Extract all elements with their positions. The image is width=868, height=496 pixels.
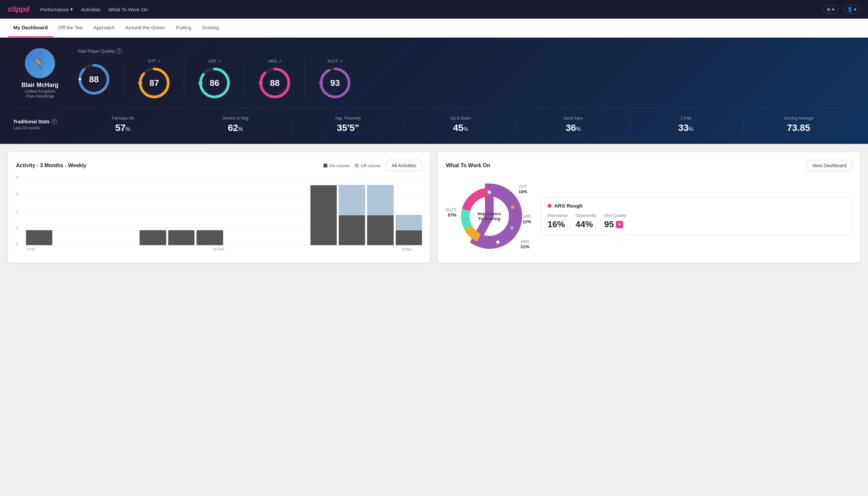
stat-scoring-average: Scoring Average 73.85 xyxy=(742,116,855,133)
donut-section: PUTT 57% OTT 10% APP 12% ARG xyxy=(446,178,852,254)
nav-performance[interactable]: Performance ▾ xyxy=(40,0,73,18)
on-course-bar xyxy=(311,185,337,245)
tab-putting[interactable]: Putting xyxy=(171,19,197,37)
donut-label-putt: PUTT 57% xyxy=(446,208,456,218)
donut-label-app: APP 12% xyxy=(523,215,531,224)
stat-fairways-hit: Fairways Hit 57% xyxy=(67,116,179,133)
tab-approach[interactable]: Approach xyxy=(88,19,120,37)
trad-stats-label: Traditional Stats ? Last 20 rounds xyxy=(13,119,67,130)
on-course-bar xyxy=(367,215,393,245)
off-course-dot xyxy=(355,164,359,168)
off-course-bar xyxy=(367,185,393,215)
score-ott: OTT ↗ 87 xyxy=(124,59,185,99)
bar-group xyxy=(83,178,109,245)
chart-title: Activity - 3 Months - Weekly xyxy=(16,162,86,169)
tab-off-the-tee[interactable]: Off the Tee xyxy=(53,19,88,37)
score-total: 88 xyxy=(77,63,124,96)
on-course-bar xyxy=(196,230,223,245)
nav-what-to-work-on[interactable]: What To Work On xyxy=(109,0,148,18)
metric-importance: Importance 16% xyxy=(548,213,568,230)
tab-bar: My Dashboard Off the Tee Approach Around… xyxy=(0,19,868,37)
bar-group xyxy=(54,178,81,245)
stat-greens-in-reg: Greens In Reg 62% xyxy=(179,116,292,133)
top-nav: clippd Performance ▾ Activities What To … xyxy=(0,0,868,19)
bar-group xyxy=(282,178,308,245)
bars-area xyxy=(26,178,422,245)
work-on-header: What To Work On View Dashboard xyxy=(446,160,852,171)
player-handicap: Plus Handicap xyxy=(26,94,54,98)
gauge-arg: 88 xyxy=(258,66,291,99)
tab-scoring[interactable]: Scoring xyxy=(196,19,224,37)
avatar: 🏌 xyxy=(25,48,55,78)
bar-group xyxy=(367,178,393,245)
info-card-title: ARG Rough xyxy=(554,203,583,208)
bar-group xyxy=(196,178,223,245)
stat-sand-save: Sand Save 36% xyxy=(517,116,630,133)
donut-chart: Importance To Scoring xyxy=(456,183,523,249)
tab-around-the-green[interactable]: Around the Green xyxy=(120,19,170,37)
hero-section: 🏌 Blair McHarg United Kingdom Plus Handi… xyxy=(0,37,868,144)
activity-chart-card: Activity - 3 Months - Weekly On course O… xyxy=(8,152,430,263)
add-button[interactable]: ⊕ ▾ xyxy=(823,5,838,14)
scores-row: 88 OTT ↗ 87 xyxy=(77,59,855,99)
legend-on-course: On course xyxy=(323,163,349,168)
logo[interactable]: clippd xyxy=(8,5,30,14)
bar-group xyxy=(396,178,422,245)
info-card: ARG Rough Importance 16% Opportunity 44%… xyxy=(541,197,852,235)
bar-group xyxy=(111,178,138,245)
score-putt: PUTT ↗ 93 xyxy=(305,59,365,99)
player-row: 🏌 Blair McHarg United Kingdom Plus Handi… xyxy=(13,48,855,99)
donut-dot-app xyxy=(510,226,514,230)
on-course-bar xyxy=(168,230,194,245)
quality-section: Total Player Quality ? 88 xyxy=(77,48,855,99)
off-course-bar xyxy=(396,215,422,230)
bar-group xyxy=(225,178,251,245)
chart-legend: On course Off course xyxy=(323,163,381,168)
on-course-dot xyxy=(323,164,327,168)
quality-help-icon[interactable]: ? xyxy=(116,48,122,53)
on-course-bar xyxy=(339,215,365,245)
chart-grid: 4 3 2 1 0 xyxy=(16,178,422,245)
nav-activities[interactable]: Activities xyxy=(81,0,100,18)
gauge-total: 88 xyxy=(77,63,111,96)
svg-point-2 xyxy=(79,78,81,81)
donut-center: Importance To Scoring xyxy=(478,211,501,221)
stat-1-putt: 1 Putt 33% xyxy=(630,116,742,133)
quality-title: Total Player Quality ? xyxy=(77,48,855,53)
bar-group xyxy=(339,178,365,245)
trad-stats-help-icon[interactable]: ? xyxy=(52,119,57,124)
bar-group xyxy=(140,178,166,245)
shot-quality-badge: ▼ xyxy=(616,221,623,228)
score-app: APP ↗ 86 xyxy=(185,59,245,99)
work-on-card: What To Work On View Dashboard PUTT 57% … xyxy=(438,152,860,263)
tab-my-dashboard[interactable]: My Dashboard xyxy=(8,19,53,37)
chart-x-axis: 7 Feb 28 Mar 9 May xyxy=(16,245,422,251)
all-activities-button[interactable]: All Activities xyxy=(386,160,422,171)
gauge-putt: 93 xyxy=(318,66,352,99)
stat-up-and-down: Up & Down 45% xyxy=(404,116,517,133)
player-info: 🏌 Blair McHarg United Kingdom Plus Handi… xyxy=(13,48,67,98)
on-course-bar xyxy=(396,230,422,245)
info-card-header: ARG Rough xyxy=(548,203,845,208)
chart-header: Activity - 3 Months - Weekly On course O… xyxy=(16,160,422,171)
legend-off-course: Off course xyxy=(355,163,381,168)
chart-area: 4 3 2 1 0 7 Feb 28 Mar 9 May xyxy=(16,178,422,251)
off-course-bar xyxy=(339,185,365,215)
bottom-section: Activity - 3 Months - Weekly On course O… xyxy=(0,144,868,270)
player-country: United Kingdom xyxy=(25,89,56,94)
work-on-title: What To Work On xyxy=(446,162,490,169)
bar-group xyxy=(168,178,194,245)
svg-point-14 xyxy=(319,81,323,84)
gauge-ott: 87 xyxy=(138,66,171,99)
donut-dot-ott xyxy=(511,205,514,209)
user-button[interactable]: 👤 ▾ xyxy=(843,5,860,14)
player-name: Blair McHarg xyxy=(21,82,58,89)
view-dashboard-button[interactable]: View Dashboard xyxy=(807,160,852,171)
donut-dot xyxy=(488,190,491,194)
on-course-bar xyxy=(26,230,52,245)
info-metrics: Importance 16% Opportunity 44% Shot Qual… xyxy=(548,213,845,230)
info-dot xyxy=(548,204,552,208)
bar-group xyxy=(253,178,280,245)
svg-point-8 xyxy=(199,81,202,84)
svg-point-5 xyxy=(139,81,142,84)
